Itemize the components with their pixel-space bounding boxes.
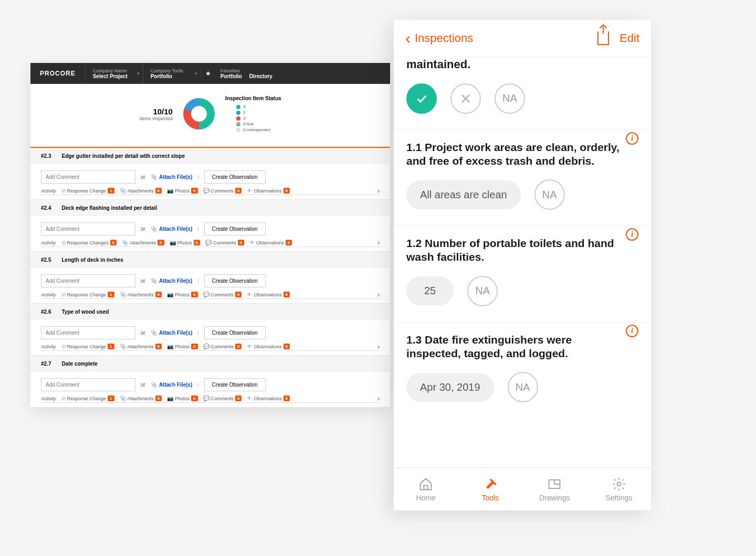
observations-count: 👁Observations 0 (247, 188, 289, 194)
status-donut-chart (183, 98, 215, 130)
activity-row[interactable]: Activity ⊘Response Change 1 📎Attachments… (41, 188, 380, 195)
item-title: Deck edge flashing installed per detail (61, 205, 157, 211)
share-icon[interactable] (597, 31, 609, 45)
paperclip-icon: 📎 (122, 240, 128, 245)
activity-label: Activity (41, 188, 56, 194)
photos-count: 📷Photos 0 (167, 292, 197, 297)
photos-count: 📷Photos 0 (167, 344, 197, 349)
attach-file-link[interactable]: 📎Attach File(s) (151, 226, 192, 232)
legend-dot (236, 122, 240, 126)
legend-label: 0 N/A (243, 122, 254, 126)
eye-icon: 👁 (247, 292, 252, 297)
eye-icon: 👁 (249, 240, 255, 245)
activity-row[interactable]: Activity ⊘Response Changes 3 📎Attachment… (41, 240, 380, 247)
create-observation-button[interactable]: Create Observation (204, 222, 266, 236)
legend-label: 0 Uninspected (243, 127, 270, 132)
inspection-item: #2.6 Type of wood used or 📎Attach File(s… (30, 304, 390, 356)
item-number: #2.5 (41, 257, 51, 263)
check-icon: ⊘ (61, 240, 66, 245)
comment-input[interactable] (41, 170, 135, 184)
favorite-star[interactable]: ★ (201, 70, 215, 77)
item-header: #2.4 Deck edge flashing installed per de… (30, 200, 390, 216)
paperclip-icon: 📎 (151, 226, 157, 232)
activity-row[interactable]: Activity ⊘Response Change 1 📎Attachments… (41, 395, 380, 403)
legend-item: 0 N/A (236, 122, 270, 126)
response-change: ⊘Response Change 1 (61, 188, 114, 194)
company-selector[interactable]: Company Name Select Project (85, 63, 143, 84)
eye-icon: 👁 (247, 188, 252, 194)
create-observation-button[interactable]: Create Observation (204, 378, 266, 391)
activity-row[interactable]: Activity ⊘Response Change 1 📎Attachments… (41, 344, 380, 351)
paperclip-icon: 📎 (151, 330, 157, 336)
response-pill[interactable]: Apr 30, 2019 (406, 373, 494, 402)
fail-button[interactable] (450, 83, 481, 114)
logo: PROCORE (30, 70, 85, 77)
comment-input[interactable] (41, 274, 135, 287)
status-title: Inspection Item Status (225, 95, 281, 101)
info-icon[interactable]: i (626, 228, 638, 241)
tab-drawings[interactable]: Drawings (522, 468, 587, 510)
create-observation-button[interactable]: Create Observation (204, 326, 266, 339)
na-button[interactable]: NA (534, 179, 565, 210)
na-button[interactable]: NA (508, 372, 538, 402)
fav-link-directory[interactable]: Directory (249, 73, 272, 79)
section-title: maintained. (406, 57, 638, 83)
item-header: #2.6 Type of wood used (30, 304, 390, 320)
activity-label: Activity (41, 292, 56, 297)
attach-file-link[interactable]: 📎Attach File(s) (151, 278, 192, 284)
attach-file-link[interactable]: 📎Attach File(s) (151, 330, 192, 336)
edit-button[interactable]: Edit (620, 31, 639, 45)
legend-dot (236, 111, 240, 115)
mobile-header: ‹ Inspections Edit (394, 20, 651, 57)
attach-file-link[interactable]: 📎Attach File(s) (151, 174, 192, 180)
activity-row[interactable]: Activity ⊘Response Change 1 📎Attachments… (41, 292, 380, 299)
check-icon: ⊘ (61, 344, 66, 349)
paperclip-icon: 📎 (120, 344, 126, 349)
status-legend-block: Inspection Item Status 5230 N/A0 Uninspe… (225, 95, 281, 132)
tab-home[interactable]: Home (394, 468, 458, 510)
legend-item: 5 (236, 104, 270, 109)
back-label: Inspections (415, 31, 473, 45)
tools-selector[interactable]: Company Tools Portfolio (143, 63, 201, 84)
attach-file-link[interactable]: 📎Attach File(s) (151, 382, 192, 388)
inspection-section-3: 1.3 Date fire extinguishers were inspect… (394, 323, 651, 419)
or-text: or (141, 174, 145, 180)
home-icon (418, 477, 433, 491)
item-header: #2.7 Date complete (30, 356, 390, 372)
eye-icon: 👁 (247, 344, 252, 349)
comments-count: 💬Comments 0 (203, 292, 242, 297)
observations-count: 👁Observations 0 (247, 344, 289, 349)
back-button[interactable]: ‹ Inspections (405, 29, 473, 47)
response-pill[interactable]: 25 (406, 276, 454, 305)
gear-icon (612, 477, 626, 491)
section-title: 1.1 Project work areas are clean, orderl… (406, 130, 621, 180)
tools-value: Portfolio (151, 73, 188, 79)
tab-tools[interactable]: Tools (458, 468, 523, 510)
legend-dot (236, 105, 240, 109)
info-icon[interactable]: i (626, 325, 638, 337)
na-button[interactable]: NA (495, 83, 525, 114)
favorites-section: Favorites Portfolio Directory (215, 63, 278, 84)
na-button[interactable]: NA (467, 276, 498, 306)
create-observation-button[interactable]: Create Observation (204, 170, 266, 184)
paperclip-icon: 📎 (151, 382, 157, 388)
comment-input[interactable] (41, 326, 135, 339)
comment-icon: 💬 (205, 240, 212, 245)
tab-settings[interactable]: Settings (587, 468, 652, 510)
eye-icon: 👁 (247, 395, 252, 401)
camera-icon: 📷 (167, 188, 173, 194)
comments-count: 💬Comments 0 (203, 395, 242, 401)
response-change: ⊘Response Change 1 (61, 292, 114, 297)
comment-input[interactable] (41, 378, 135, 391)
drawings-icon (547, 477, 562, 491)
fav-link-portfolio[interactable]: Portfolio (220, 73, 242, 79)
legend-dot (236, 116, 240, 121)
mobile-content: maintained. NA 1.1 Project work areas ar… (394, 57, 651, 467)
response-change: ⊘Response Change 1 (61, 395, 114, 401)
pass-button[interactable] (406, 83, 437, 114)
response-pill[interactable]: All areas are clean (406, 180, 521, 209)
inspection-item: #2.5 Length of deck in inches or 📎Attach… (30, 252, 390, 304)
comment-input[interactable] (41, 222, 135, 236)
info-icon[interactable]: i (626, 132, 638, 145)
create-observation-button[interactable]: Create Observation (204, 274, 266, 287)
